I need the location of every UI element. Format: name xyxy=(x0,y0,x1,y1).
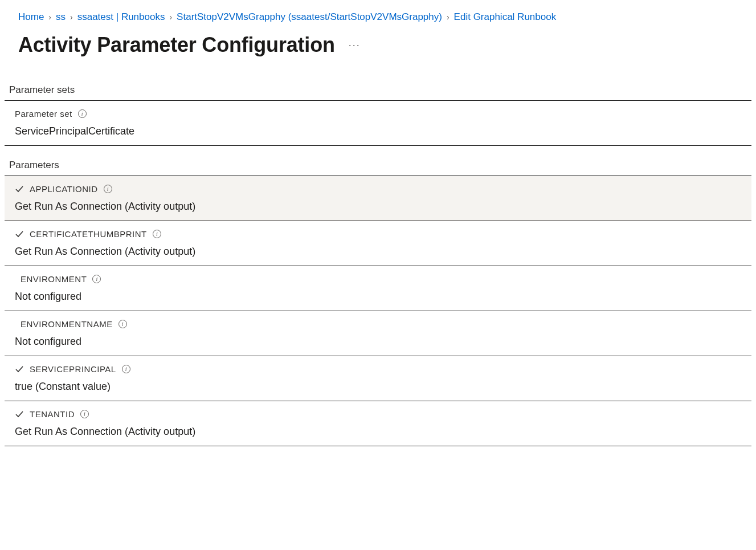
parameter-name: TENANTID xyxy=(30,409,75,419)
check-icon xyxy=(15,365,24,374)
info-icon[interactable]: i xyxy=(122,365,130,373)
parameter-set-label: Parameter set xyxy=(15,109,72,119)
info-icon[interactable]: i xyxy=(78,109,87,118)
more-button[interactable]: ··· xyxy=(344,37,365,54)
parameter-value: Get Run As Connection (Activity output) xyxy=(15,246,741,258)
parameter-set-row[interactable]: Parameter set i ServicePrincipalCertific… xyxy=(5,101,751,146)
parameter-value: Get Run As Connection (Activity output) xyxy=(15,426,741,438)
parameter-row[interactable]: TENANTIDiGet Run As Connection (Activity… xyxy=(5,401,751,446)
chevron-right-icon: › xyxy=(70,13,73,22)
breadcrumb-link-runbooks[interactable]: ssaatest | Runbooks xyxy=(77,11,165,23)
chevron-right-icon: › xyxy=(169,13,172,22)
breadcrumb-link-ss[interactable]: ss xyxy=(56,11,66,23)
parameter-row[interactable]: ENVIRONMENTNAMEiNot configured xyxy=(5,311,751,356)
section-parameter-sets: Parameter sets xyxy=(5,84,751,101)
section-parameters: Parameters xyxy=(5,160,751,176)
parameter-value: true (Constant value) xyxy=(15,381,741,393)
parameter-name: APPLICATIONID xyxy=(30,184,98,194)
parameter-name: SERVICEPRINCIPAL xyxy=(30,364,116,374)
parameter-name: CERTIFICATETHUMBPRINT xyxy=(30,229,147,239)
title-row: Activity Parameter Configuration ··· xyxy=(5,33,751,57)
page-title: Activity Parameter Configuration xyxy=(18,33,335,57)
chevron-right-icon: › xyxy=(48,13,51,22)
parameter-row[interactable]: ENVIRONMENTiNot configured xyxy=(5,266,751,311)
parameter-name: ENVIRONMENTNAME xyxy=(21,319,113,329)
info-icon[interactable]: i xyxy=(92,275,101,283)
parameter-name: ENVIRONMENT xyxy=(21,274,87,284)
info-icon[interactable]: i xyxy=(153,230,161,238)
breadcrumb-link-edit[interactable]: Edit Graphical Runbook xyxy=(454,11,557,23)
breadcrumb: Home › ss › ssaatest | Runbooks › StartS… xyxy=(5,11,751,23)
parameter-value: Not configured xyxy=(15,291,741,303)
breadcrumb-link-home[interactable]: Home xyxy=(18,11,44,23)
info-icon[interactable]: i xyxy=(104,185,112,193)
breadcrumb-link-runbook[interactable]: StartStopV2VMsGrapphy (ssaatest/StartSto… xyxy=(177,11,442,23)
info-icon[interactable]: i xyxy=(80,410,89,418)
parameter-value: Get Run As Connection (Activity output) xyxy=(15,201,741,213)
parameter-row[interactable]: SERVICEPRINCIPALitrue (Constant value) xyxy=(5,356,751,401)
check-icon xyxy=(15,185,24,194)
parameter-set-value: ServicePrincipalCertificate xyxy=(15,125,741,137)
info-icon[interactable]: i xyxy=(118,320,127,328)
check-icon xyxy=(15,410,24,419)
parameter-row[interactable]: APPLICATIONIDiGet Run As Connection (Act… xyxy=(5,176,751,221)
check-icon xyxy=(15,230,24,239)
parameter-row[interactable]: CERTIFICATETHUMBPRINTiGet Run As Connect… xyxy=(5,221,751,266)
parameter-value: Not configured xyxy=(15,336,741,348)
chevron-right-icon: › xyxy=(447,13,449,22)
